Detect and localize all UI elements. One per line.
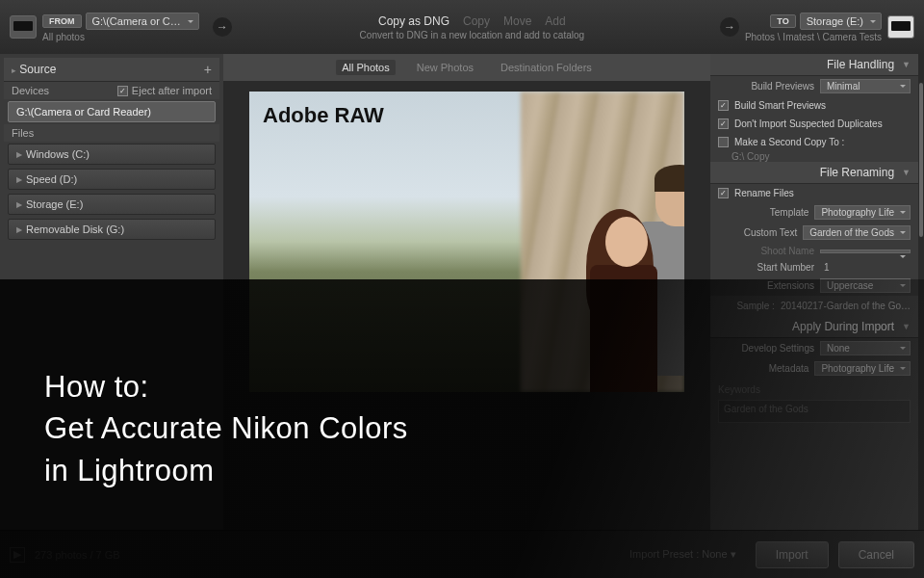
import-topbar: FROM G:\(Camera or C… All photos → Copy … bbox=[0, 0, 924, 54]
to-pill: TO bbox=[770, 14, 795, 28]
custom-text-label: Custom Text bbox=[744, 227, 797, 238]
preview-tabs: All Photos New Photos Destination Folder… bbox=[223, 54, 710, 82]
drive-item[interactable]: ▶Removable Disk (G:) bbox=[8, 219, 216, 240]
second-copy-path: G:\ Copy bbox=[710, 151, 918, 162]
mode-move[interactable]: Move bbox=[503, 14, 531, 28]
to-path-dropdown[interactable]: Storage (E:) bbox=[800, 13, 882, 30]
rename-label: Rename Files bbox=[734, 188, 794, 198]
dest-drive-icon bbox=[887, 15, 914, 39]
custom-text-input[interactable]: Garden of the Gods bbox=[803, 225, 911, 240]
add-source-button[interactable]: + bbox=[204, 62, 212, 77]
mode-add[interactable]: Add bbox=[545, 14, 565, 28]
no-dupes-checkbox[interactable] bbox=[718, 118, 729, 129]
tab-all-photos[interactable]: All Photos bbox=[336, 60, 396, 75]
shoot-name-input[interactable] bbox=[820, 250, 911, 253]
mode-copy[interactable]: Copy bbox=[463, 14, 490, 28]
eject-checkbox[interactable] bbox=[117, 86, 128, 96]
shoot-name-label: Shoot Name bbox=[760, 246, 814, 256]
from-block: FROM G:\(Camera or C… All photos → bbox=[10, 13, 232, 42]
overlay-line3: in Lightroom bbox=[44, 454, 215, 487]
drive-item[interactable]: ▶Storage (E:) bbox=[8, 194, 216, 215]
no-dupes-label: Don't Import Suspected Duplicates bbox=[734, 118, 883, 129]
file-renaming-title[interactable]: File Renaming bbox=[820, 166, 894, 179]
template-label: Template bbox=[770, 207, 809, 218]
tab-new-photos[interactable]: New Photos bbox=[411, 60, 479, 75]
from-pill: FROM bbox=[42, 14, 82, 28]
eject-label: Eject after import bbox=[132, 85, 212, 96]
source-drive-icon bbox=[10, 15, 37, 39]
rename-checkbox[interactable] bbox=[718, 188, 729, 198]
selected-device[interactable]: G:\(Camera or Card Reader) bbox=[8, 101, 216, 122]
second-copy-label: Make a Second Copy To : bbox=[734, 137, 844, 147]
start-number-value[interactable]: 1 bbox=[820, 262, 911, 273]
to-arrow-button[interactable]: → bbox=[720, 17, 739, 37]
overlay-line1: How to: bbox=[44, 370, 149, 404]
title-overlay: How to: Get Accurate Nikon Colors in Lig… bbox=[0, 279, 924, 578]
to-subpath: Photos \ Imatest \ Camera Tests bbox=[745, 32, 882, 42]
from-subpath: All photos bbox=[42, 32, 199, 42]
drive-item[interactable]: ▶Windows (C:) bbox=[8, 144, 216, 165]
build-previews-dropdown[interactable]: Minimal bbox=[820, 79, 911, 93]
build-previews-label: Build Previews bbox=[751, 81, 814, 92]
copy-mode-selector: Copy as DNG Copy Move Add Convert to DNG… bbox=[232, 14, 712, 40]
devices-label: Devices bbox=[12, 85, 49, 96]
file-handling-title[interactable]: File Handling bbox=[827, 58, 894, 71]
overlay-line2: Get Accurate Nikon Colors bbox=[44, 411, 408, 445]
smart-previews-checkbox[interactable] bbox=[718, 100, 729, 111]
mode-copy-dng[interactable]: Copy as DNG bbox=[378, 14, 449, 28]
files-label: Files bbox=[12, 127, 34, 139]
from-path-dropdown[interactable]: G:\(Camera or C… bbox=[86, 13, 199, 30]
source-title: Source bbox=[19, 63, 56, 76]
template-dropdown[interactable]: Photography Life bbox=[814, 205, 911, 220]
tab-destination[interactable]: Destination Folders bbox=[495, 60, 598, 75]
smart-previews-label: Build Smart Previews bbox=[734, 100, 826, 111]
drive-item[interactable]: ▶Speed (D:) bbox=[8, 169, 216, 190]
photo-raw-label: Adobe RAW bbox=[263, 103, 384, 128]
from-arrow-button[interactable]: → bbox=[213, 17, 232, 37]
start-number-label: Start Number bbox=[757, 262, 814, 273]
to-block: → TO Storage (E:) Photos \ Imatest \ Cam… bbox=[712, 13, 914, 42]
second-copy-checkbox[interactable] bbox=[718, 137, 729, 147]
mode-description: Convert to DNG in a new location and add… bbox=[232, 30, 712, 40]
